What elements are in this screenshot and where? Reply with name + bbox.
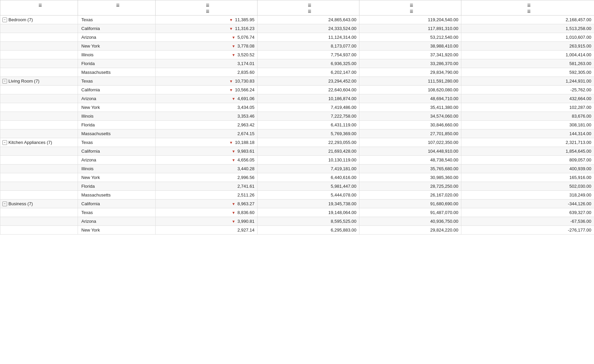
profit-cell: 263,915.00 bbox=[461, 42, 594, 51]
category-cell bbox=[0, 208, 78, 217]
forecast-cell: 27,701,850.00 bbox=[359, 129, 461, 138]
table-row: Illinois3,440.287,419,181.0035,765,680.0… bbox=[0, 164, 594, 173]
cost-value: 11,385.95 bbox=[235, 17, 254, 22]
header-forecast[interactable]: ☰ bbox=[359, 0, 461, 9]
down-arrow-icon: ▼ bbox=[232, 35, 236, 39]
state-cell: Arizona bbox=[78, 33, 156, 42]
profit-cell: 144,314.00 bbox=[461, 129, 594, 138]
profit-cell: 1,004,414.00 bbox=[461, 51, 594, 59]
down-arrow-icon: ▼ bbox=[229, 27, 233, 31]
table-row: New York▼3,778.088,173,077.0038,988,410.… bbox=[0, 42, 594, 51]
header-category[interactable]: ☰ bbox=[0, 0, 78, 9]
cost-cell: ▼3,778.08 bbox=[156, 42, 258, 51]
cost-cell: ▼10,730.83 bbox=[156, 77, 258, 86]
collapse-icon[interactable]: − bbox=[2, 79, 7, 84]
collapse-icon[interactable]: − bbox=[2, 140, 7, 145]
profit-cell: 639,327.00 bbox=[461, 208, 594, 217]
state-cell: Texas bbox=[78, 138, 156, 147]
profit-cell: 809,057.00 bbox=[461, 156, 594, 164]
cost-cell: ▼11,385.95 bbox=[156, 16, 258, 24]
discount-menu-icon[interactable]: ☰ bbox=[308, 3, 311, 8]
cost-value: 11,316.23 bbox=[235, 26, 254, 31]
table-row: California▼10,566.2422,640,604.00108,620… bbox=[0, 86, 594, 94]
category-cell bbox=[0, 42, 78, 51]
down-arrow-icon: ▼ bbox=[232, 53, 236, 57]
profit-cell: 308,181.00 bbox=[461, 121, 594, 129]
cost-sub-menu-icon[interactable]: ☰ bbox=[206, 9, 209, 14]
forecast-cell: 34,574,060.00 bbox=[359, 112, 461, 121]
collapse-icon[interactable]: − bbox=[2, 202, 7, 206]
state-cell: California bbox=[78, 86, 156, 94]
cost-cell: 3,434.05 bbox=[156, 103, 258, 112]
header-profit[interactable]: ☰ bbox=[461, 0, 594, 9]
category-cell bbox=[0, 24, 78, 33]
discount-cell: 10,130,119.00 bbox=[258, 156, 359, 164]
cost-cell: ▼4,691.06 bbox=[156, 94, 258, 103]
state-cell: Florida bbox=[78, 59, 156, 68]
header-state[interactable]: ☰ bbox=[78, 0, 156, 9]
discount-cell: 7,222,758.00 bbox=[258, 112, 359, 121]
discount-cell: 24,865,643.00 bbox=[258, 16, 359, 24]
state-cell: Arizona bbox=[78, 94, 156, 103]
profit-cell: 83,676.00 bbox=[461, 112, 594, 121]
discount-cell: 19,345,738.00 bbox=[258, 200, 359, 208]
cost-menu-icon[interactable]: ☰ bbox=[206, 3, 209, 8]
collapse-icon[interactable]: − bbox=[2, 18, 7, 22]
table-row: Arizona▼4,656.0510,130,119.0048,738,540.… bbox=[0, 156, 594, 164]
cost-cell: ▼3,520.52 bbox=[156, 51, 258, 59]
cost-cell: 3,353.46 bbox=[156, 112, 258, 121]
cost-value: 8,836.60 bbox=[237, 210, 254, 215]
table-row: Arizona▼4,691.0610,186,874.0048,694,710.… bbox=[0, 94, 594, 103]
discount-cell: 6,440,616.00 bbox=[258, 173, 359, 182]
category-cell bbox=[0, 68, 78, 77]
table-row: −Business (7)California▼8,963.2719,345,7… bbox=[0, 200, 594, 208]
header-row-1: ☰ ☰ ☰ ☰ ☰ bbox=[0, 0, 594, 9]
profit-menu-icon[interactable]: ☰ bbox=[527, 3, 531, 8]
header-cost-sub: ☰ bbox=[156, 8, 258, 16]
table-row: Illinois3,353.467,222,758.0034,574,060.0… bbox=[0, 112, 594, 121]
state-cell: California bbox=[78, 200, 156, 208]
forecast-menu-icon[interactable]: ☰ bbox=[410, 3, 413, 8]
forecast-sub-menu-icon[interactable]: ☰ bbox=[410, 9, 413, 14]
category-cell: −Business (7) bbox=[0, 200, 78, 208]
profit-cell: 1,513,258.00 bbox=[461, 24, 594, 33]
state-menu-icon[interactable]: ☰ bbox=[116, 3, 119, 8]
header-discount-sub: ☰ bbox=[258, 8, 359, 16]
profit-cell: 1,854,645.00 bbox=[461, 147, 594, 156]
state-cell: New York bbox=[78, 42, 156, 51]
category-cell bbox=[0, 173, 78, 182]
state-cell: Illinois bbox=[78, 51, 156, 59]
cost-cell: 2,511.26 bbox=[156, 191, 258, 200]
discount-sub-menu-icon[interactable]: ☰ bbox=[308, 9, 311, 14]
cost-value: 3,990.81 bbox=[237, 219, 254, 224]
profit-cell: -25,762.00 bbox=[461, 86, 594, 94]
state-cell: California bbox=[78, 147, 156, 156]
category-cell bbox=[0, 164, 78, 173]
forecast-cell: 53,212,540.00 bbox=[359, 33, 461, 42]
cost-value: 10,730.83 bbox=[235, 79, 254, 84]
discount-cell: 19,148,064.00 bbox=[258, 208, 359, 217]
table-row: California▼11,316.2324,333,524.00117,891… bbox=[0, 24, 594, 33]
cost-cell: ▼11,316.23 bbox=[156, 24, 258, 33]
discount-cell: 24,333,524.00 bbox=[258, 24, 359, 33]
down-arrow-icon: ▼ bbox=[232, 219, 236, 223]
discount-cell: 6,431,119.00 bbox=[258, 121, 359, 129]
header-cost[interactable]: ☰ bbox=[156, 0, 258, 9]
table-row: California▼9,983.6121,693,428.00104,448,… bbox=[0, 147, 594, 156]
category-name: Business (7) bbox=[8, 201, 33, 206]
forecast-cell: 117,891,310.00 bbox=[359, 24, 461, 33]
cost-value: 9,983.61 bbox=[237, 149, 254, 154]
cost-cell: ▼10,188.18 bbox=[156, 138, 258, 147]
forecast-cell: 33,286,370.00 bbox=[359, 59, 461, 68]
discount-cell: 6,202,147.00 bbox=[258, 68, 359, 77]
header-discount[interactable]: ☰ bbox=[258, 0, 359, 9]
category-cell bbox=[0, 121, 78, 129]
cost-cell: ▼8,836.60 bbox=[156, 208, 258, 217]
forecast-cell: 108,620,080.00 bbox=[359, 86, 461, 94]
profit-sub-menu-icon[interactable]: ☰ bbox=[527, 9, 531, 14]
category-menu-icon[interactable]: ☰ bbox=[38, 3, 42, 8]
header-category-sub bbox=[0, 8, 78, 16]
category-cell bbox=[0, 33, 78, 42]
discount-cell: 7,754,937.00 bbox=[258, 51, 359, 59]
profit-cell: 318,249.00 bbox=[461, 191, 594, 200]
